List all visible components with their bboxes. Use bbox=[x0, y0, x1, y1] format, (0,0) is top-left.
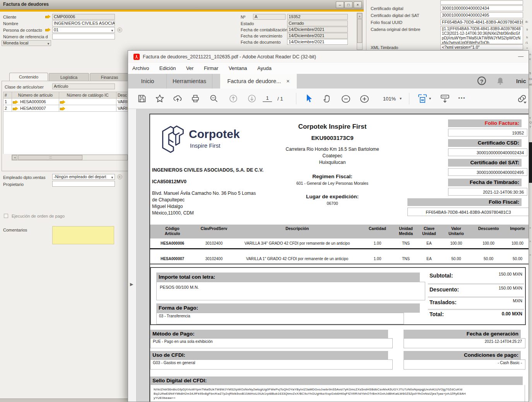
grid-header-num[interactable]: # bbox=[3, 92, 12, 99]
edit-circle-icon[interactable]: E bbox=[117, 174, 122, 179]
fecha-doc-field[interactable]: 14/Diciembre/2021 bbox=[287, 39, 348, 45]
scrollbar-thumb[interactable]: :::: bbox=[18, 155, 82, 160]
orden-checkbox[interactable] bbox=[4, 214, 8, 218]
grid-row-num[interactable]: 1 bbox=[3, 99, 12, 105]
tab-inicio[interactable]: Inicio bbox=[129, 74, 167, 89]
acrobat-toolbar: 1 / 1 101% ▾ ▾ … bbox=[128, 89, 529, 109]
xml-field[interactable]: <?xml version="1.0" bbox=[440, 44, 523, 50]
cadena-field[interactable]: ||1.1|FF654BA9-70D8-4841-83B9-A039780481… bbox=[440, 26, 523, 44]
num-series-field[interactable]: A bbox=[253, 14, 286, 20]
col-header: Descuento bbox=[472, 225, 505, 238]
menu-edicion[interactable]: Edición bbox=[155, 63, 180, 74]
link-arrow-icon[interactable] bbox=[45, 28, 51, 32]
scrollbar-thumb[interactable] bbox=[357, 19, 362, 43]
signin-link[interactable]: Inic bbox=[516, 74, 529, 89]
grid-header-article[interactable]: Número de artículo bbox=[12, 92, 59, 99]
cliente-field[interactable]: CMP00006 bbox=[52, 14, 115, 20]
estado-field[interactable]: Cerrado bbox=[287, 20, 348, 26]
grid-cell-catalog[interactable] bbox=[59, 105, 116, 112]
share-link-icon[interactable] bbox=[517, 93, 527, 104]
menu-ver[interactable]: Ver bbox=[182, 63, 198, 74]
erp-scrollbar[interactable]: ▲ bbox=[357, 13, 363, 50]
propietario-field[interactable] bbox=[52, 181, 115, 187]
erp-maximize-button[interactable]: □ bbox=[344, 2, 352, 8]
erp-minimize-button[interactable]: – bbox=[336, 2, 344, 8]
cloud-upload-icon[interactable] bbox=[173, 94, 182, 103]
grid-cell-catalog[interactable] bbox=[59, 99, 116, 105]
erp-hscrollbar[interactable]: ◄ :::: bbox=[12, 155, 128, 160]
menu-ayuda[interactable]: Ayuda bbox=[253, 63, 276, 74]
uso-cfdi-value: G03 - Gastos en general bbox=[150, 359, 393, 370]
menu-ventana[interactable]: Ventana bbox=[224, 63, 251, 74]
scroll-left-icon[interactable]: ◄ bbox=[12, 155, 17, 160]
star-icon[interactable] bbox=[155, 94, 164, 103]
bg-fragment: b bbox=[526, 36, 528, 39]
chevron-down-icon[interactable]: ▼ bbox=[111, 175, 114, 180]
fecha-venc-label: Fecha de vencimiento bbox=[241, 33, 282, 39]
contacto-combo[interactable]: 01 ▼ bbox=[52, 27, 115, 33]
tab-contenido[interactable]: Contenido bbox=[9, 73, 48, 81]
close-icon[interactable]: × bbox=[286, 78, 289, 84]
panel-divider bbox=[366, 0, 366, 50]
menu-archivo[interactable]: Archivo bbox=[128, 63, 153, 74]
fecha-contab-field[interactable]: 14/Diciembre/2021 bbox=[287, 27, 348, 32]
erp-close-button[interactable]: × bbox=[354, 2, 362, 8]
tab-herramientas[interactable]: Herramientas bbox=[167, 74, 212, 89]
grid-cell-article[interactable]: HESA000006 bbox=[12, 99, 59, 105]
folio-fiscal-value: FF654BA9-70D8-4841-83B9-A039780481C3 bbox=[407, 208, 529, 216]
tab-logistica[interactable]: Logística bbox=[49, 73, 89, 81]
chevron-down-icon[interactable]: ▾ bbox=[400, 96, 402, 100]
uuid-field[interactable]: FF654BA9-70D8-4841-83B9-A039780481C bbox=[440, 19, 523, 25]
tab-finanzas[interactable]: Finanzas bbox=[90, 73, 129, 81]
link-arrow-icon[interactable] bbox=[60, 107, 65, 111]
zoom-out-icon[interactable] bbox=[341, 95, 351, 103]
menu-firmar[interactable]: Firmar bbox=[200, 63, 223, 74]
scroll-up-icon[interactable]: ▲ bbox=[357, 13, 362, 19]
right-top-field[interactable] bbox=[440, 0, 523, 5]
grid-header-catalog[interactable]: Número de catálogo IC bbox=[59, 92, 116, 99]
grid-row-num[interactable]: 2 bbox=[3, 105, 12, 112]
link-arrow-icon[interactable] bbox=[45, 15, 51, 19]
search-icon[interactable] bbox=[209, 94, 219, 103]
zoom-level-value[interactable]: 101% bbox=[380, 95, 396, 103]
cert-sat-field[interactable]: 30001000000400002495 bbox=[440, 12, 523, 18]
select-cursor-icon[interactable] bbox=[304, 94, 313, 104]
col-header: ClaveUnidad bbox=[418, 225, 440, 238]
clase-field[interactable]: Artículo bbox=[52, 83, 115, 89]
sello-line: NXkIZhbf36n8icGfpDjXrtuWYpmTMal5UkTW8WJY… bbox=[154, 387, 522, 392]
link-arrow-icon[interactable] bbox=[13, 107, 18, 111]
grid-cell-article[interactable]: HESA000007 bbox=[12, 105, 59, 112]
empleado-combo[interactable]: -Ningún empleado del depart ▼ bbox=[52, 174, 115, 180]
zoom-in-icon[interactable] bbox=[359, 95, 369, 103]
referencia-field[interactable] bbox=[52, 34, 115, 39]
comentarios-textarea[interactable] bbox=[52, 226, 114, 244]
cert-field[interactable]: 30001000000400002434 bbox=[440, 5, 523, 11]
nombre-field[interactable]: INGENIEROS CIVILES ASOCIA bbox=[52, 20, 115, 26]
chevron-down-icon[interactable]: ▼ bbox=[47, 41, 50, 46]
next-page-icon[interactable] bbox=[247, 94, 257, 103]
moneda-combo[interactable]: Moneda local ▼ bbox=[2, 40, 51, 46]
link-arrow-icon[interactable] bbox=[13, 100, 18, 104]
fit-width-icon[interactable] bbox=[417, 94, 428, 104]
fecha-venc-field[interactable]: 14/Diciembre/2021 bbox=[287, 33, 348, 39]
save-icon[interactable] bbox=[137, 94, 147, 103]
pane-expand-icon[interactable]: ▶ bbox=[130, 282, 133, 287]
edit-circle-icon[interactable]: E bbox=[117, 27, 122, 32]
link-arrow-icon[interactable] bbox=[60, 100, 65, 104]
chevron-down-icon[interactable]: ▼ bbox=[111, 28, 114, 33]
hand-tool-icon[interactable] bbox=[322, 94, 332, 103]
bell-icon[interactable] bbox=[496, 77, 504, 85]
issuer-address-line3: Huixquilucan bbox=[270, 160, 394, 165]
chevron-down-icon[interactable]: ▾ bbox=[429, 96, 431, 100]
tab-document[interactable]: Factura de deudore... × bbox=[220, 74, 297, 89]
total-value: 0.00 MXN bbox=[429, 311, 522, 317]
help-icon[interactable]: ? bbox=[477, 77, 486, 85]
uuid-label: Folio fiscal UUID bbox=[371, 20, 402, 25]
toolbar-panel-icon[interactable] bbox=[440, 94, 450, 104]
num-field[interactable]: 19352 bbox=[287, 14, 348, 20]
page-number-input[interactable]: 1 bbox=[263, 94, 272, 102]
more-options-icon[interactable]: … bbox=[458, 92, 466, 100]
print-icon[interactable] bbox=[191, 94, 200, 103]
acrobat-minimize-button[interactable]: — bbox=[518, 53, 523, 59]
previous-page-icon[interactable] bbox=[229, 94, 238, 103]
